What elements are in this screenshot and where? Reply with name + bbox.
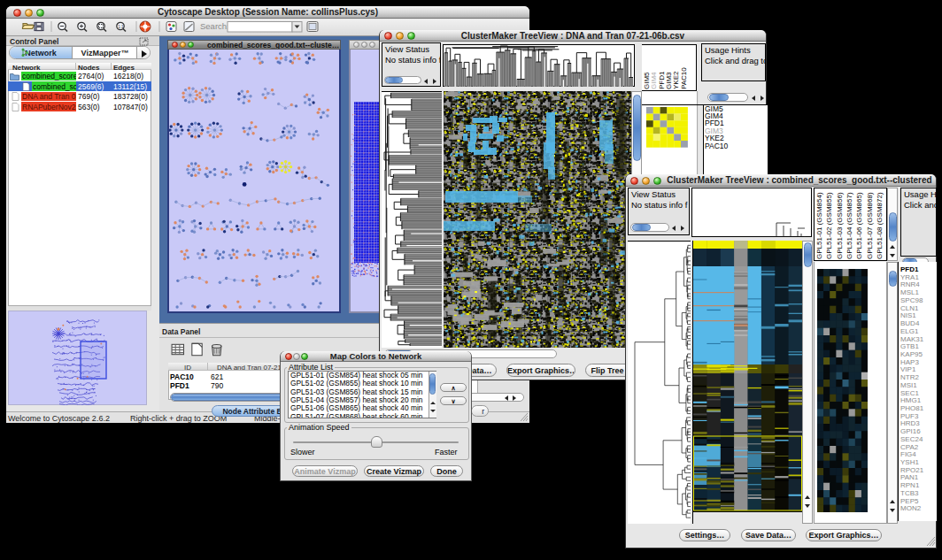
svg-text:GPL51-08 (GSM872): GPL51-08 (GSM872) <box>876 192 884 259</box>
svg-text:PAC10: PAC10 <box>680 67 688 89</box>
svg-text:GPL51-01 (GSM854): GPL51-01 (GSM854) <box>815 192 823 259</box>
svg-text:GPL51-04 (GSM857): GPL51-04 (GSM857) <box>845 192 853 259</box>
svg-text:GPL51-06 (GSM865): GPL51-06 (GSM865) <box>855 192 863 259</box>
svg-text:Search:: Search: <box>200 21 229 31</box>
svg-text:GPL51-03 (GSM856): GPL51-03 (GSM856) <box>836 192 844 259</box>
svg-text:1:1: 1:1 <box>118 25 124 29</box>
svg-text:GPL51-02 (GSM855): GPL51-02 (GSM855) <box>825 192 833 259</box>
svg-text:GPL51-07 (GSM868): GPL51-07 (GSM868) <box>866 192 874 259</box>
